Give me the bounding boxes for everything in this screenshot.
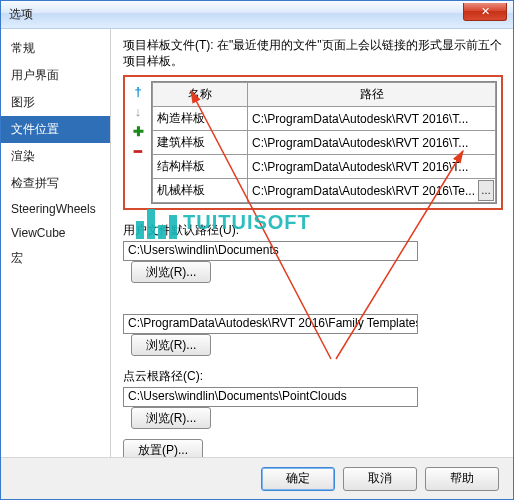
titlebar-title: 选项 <box>9 6 33 23</box>
table-header-row: 名称 路径 <box>153 83 496 107</box>
cell-path-text: C:\ProgramData\Autodesk\RVT 2016\Te... <box>252 184 475 198</box>
sidebar: 常规 用户界面 图形 文件位置 渲染 检查拼写 SteeringWheels V… <box>1 29 111 457</box>
cell-path[interactable]: C:\ProgramData\Autodesk\RVT 2016\T... <box>248 131 496 155</box>
table-row[interactable]: 构造样板 C:\ProgramData\Autodesk\RVT 2016\T.… <box>153 107 496 131</box>
user-path-row: 用户文件默认路径(U): C:\Users\windlin\Documents … <box>123 222 503 283</box>
close-icon: ✕ <box>481 5 490 18</box>
arrow-down-icon: ↓ <box>135 104 142 119</box>
close-button[interactable]: ✕ <box>463 3 507 21</box>
cell-path[interactable]: C:\ProgramData\Autodesk\RVT 2016\Te... … <box>248 179 496 203</box>
cloud-path-row: 点云根路径(C): C:\Users\windlin\Documents\Poi… <box>123 368 503 429</box>
remove-button[interactable]: ━ <box>130 143 146 159</box>
table-row[interactable]: 建筑样板 C:\ProgramData\Autodesk\RVT 2016\T.… <box>153 131 496 155</box>
cloud-path-input[interactable]: C:\Users\windlin\Documents\PointClouds <box>123 387 418 407</box>
sidebar-item-steeringwheels[interactable]: SteeringWheels <box>1 197 110 221</box>
sidebar-item-spellcheck[interactable]: 检查拼写 <box>1 170 110 197</box>
browse-family-path-button[interactable]: 浏览(R)... <box>131 334 211 356</box>
col-header-name: 名称 <box>153 83 248 107</box>
table-row[interactable]: 机械样板 C:\ProgramData\Autodesk\RVT 2016\Te… <box>153 179 496 203</box>
browse-cloud-path-button[interactable]: 浏览(R)... <box>131 407 211 429</box>
family-path-input[interactable]: C:\ProgramData\Autodesk\RVT 2016\Family … <box>123 314 418 334</box>
path-browse-icon[interactable]: … <box>478 180 494 201</box>
arrow-up-icon: † <box>134 84 141 99</box>
template-description: 项目样板文件(T): 在"最近使用的文件"页面上会以链接的形式显示前五个项目样板… <box>123 37 503 69</box>
cell-name[interactable]: 结构样板 <box>153 155 248 179</box>
template-grid: 名称 路径 构造样板 C:\ProgramData\Autodesk\RVT 2… <box>151 81 497 204</box>
cell-name[interactable]: 构造样板 <box>153 107 248 131</box>
move-up-button[interactable]: † <box>130 83 146 99</box>
cloud-path-label: 点云根路径(C): <box>123 368 503 385</box>
place-button[interactable]: 放置(P)... <box>123 439 203 457</box>
cell-name[interactable]: 建筑样板 <box>153 131 248 155</box>
cell-path[interactable]: C:\ProgramData\Autodesk\RVT 2016\T... <box>248 155 496 179</box>
cancel-button[interactable]: 取消 <box>343 467 417 491</box>
user-path-label: 用户文件默认路径(U): <box>123 222 503 239</box>
sidebar-item-general[interactable]: 常规 <box>1 35 110 62</box>
ok-button[interactable]: 确定 <box>261 467 335 491</box>
dialog-window: 选项 ✕ 常规 用户界面 图形 文件位置 渲染 检查拼写 SteeringWhe… <box>0 0 514 500</box>
col-header-path: 路径 <box>248 83 496 107</box>
sidebar-item-ui[interactable]: 用户界面 <box>1 62 110 89</box>
user-path-input[interactable]: C:\Users\windlin\Documents <box>123 241 418 261</box>
add-button[interactable]: ✚ <box>130 123 146 139</box>
move-down-button[interactable]: ↓ <box>130 103 146 119</box>
template-table-area: † ↓ ✚ ━ 名称 路径 构造样板 C:\ProgramData <box>123 75 503 210</box>
sidebar-item-viewcube[interactable]: ViewCube <box>1 221 110 245</box>
dialog-footer: 确定 取消 帮助 <box>1 457 513 499</box>
table-toolbar: † ↓ ✚ ━ <box>129 81 147 204</box>
sidebar-item-render[interactable]: 渲染 <box>1 143 110 170</box>
family-path-row: 族样板文件默认路径(F): C:\ProgramData\Autodesk\RV… <box>123 295 503 356</box>
minus-icon: ━ <box>134 144 142 159</box>
dialog-body: 常规 用户界面 图形 文件位置 渲染 检查拼写 SteeringWheels V… <box>1 29 513 457</box>
sidebar-item-graphics[interactable]: 图形 <box>1 89 110 116</box>
content-panel: 项目样板文件(T): 在"最近使用的文件"页面上会以链接的形式显示前五个项目样板… <box>111 29 513 457</box>
cell-name[interactable]: 机械样板 <box>153 179 248 203</box>
plus-icon: ✚ <box>133 124 144 139</box>
cell-path[interactable]: C:\ProgramData\Autodesk\RVT 2016\T... <box>248 107 496 131</box>
sidebar-item-file-locations[interactable]: 文件位置 <box>1 116 110 143</box>
titlebar: 选项 ✕ <box>1 1 513 29</box>
help-button[interactable]: 帮助 <box>425 467 499 491</box>
browse-user-path-button[interactable]: 浏览(R)... <box>131 261 211 283</box>
table-row[interactable]: 结构样板 C:\ProgramData\Autodesk\RVT 2016\T.… <box>153 155 496 179</box>
sidebar-item-macros[interactable]: 宏 <box>1 245 110 272</box>
